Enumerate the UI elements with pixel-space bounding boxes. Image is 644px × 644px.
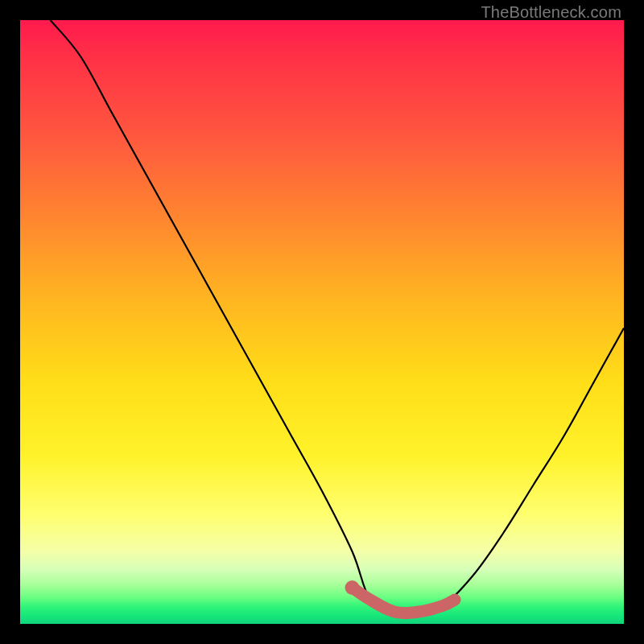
curve-layer <box>20 20 624 624</box>
plot-area <box>20 20 624 624</box>
optimal-range-highlight <box>353 588 456 613</box>
bottleneck-curve <box>51 20 625 613</box>
watermark-text: TheBottleneck.com <box>481 3 621 22</box>
optimal-range-start-dot <box>345 580 360 595</box>
chart-frame: TheBottleneck.com <box>0 0 644 644</box>
